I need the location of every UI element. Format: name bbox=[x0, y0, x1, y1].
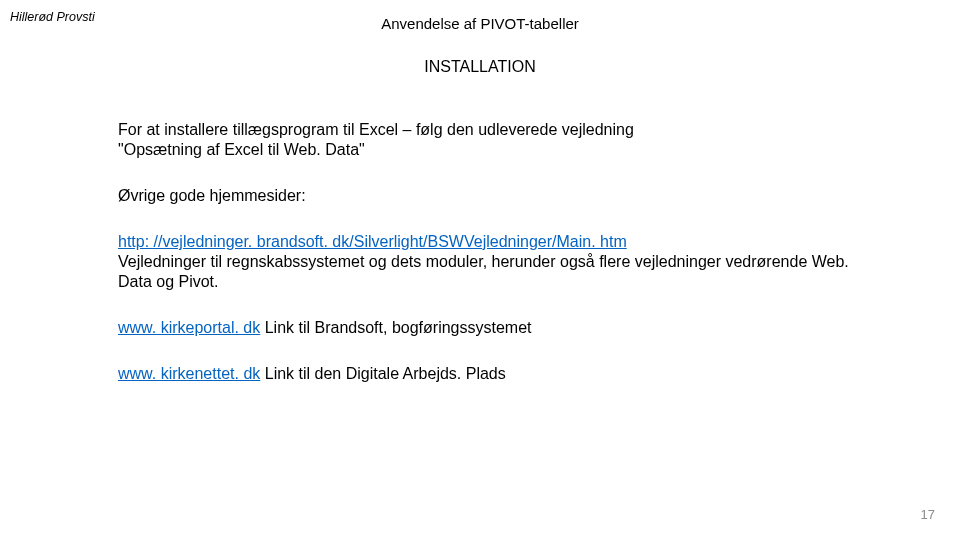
page-number: 17 bbox=[921, 507, 935, 522]
link-block-1: http: //vejledninger. brandsoft. dk/Silv… bbox=[118, 232, 878, 292]
header-center: Anvendelse af PIVOT-tabeller bbox=[0, 15, 960, 32]
page-title: INSTALLATION bbox=[0, 58, 960, 76]
kirkenettet-desc: Link til den Digitale Arbejds. Plads bbox=[260, 365, 505, 382]
link-block-3: www. kirkenettet. dk Link til den Digita… bbox=[118, 364, 878, 384]
kirkenettet-link[interactable]: www. kirkenettet. dk bbox=[118, 365, 260, 382]
link-block-2: www. kirkeportal. dk Link til Brandsoft,… bbox=[118, 318, 878, 338]
kirkeportal-link[interactable]: www. kirkeportal. dk bbox=[118, 319, 260, 336]
brandsoft-guides-link[interactable]: http: //vejledninger. brandsoft. dk/Silv… bbox=[118, 233, 627, 250]
kirkeportal-desc: Link til Brandsoft, bogføringssystemet bbox=[260, 319, 531, 336]
intro-paragraph: For at installere tillægsprogram til Exc… bbox=[118, 120, 638, 160]
other-sites-label: Øvrige gode hjemmesider: bbox=[118, 186, 878, 206]
brandsoft-guides-desc: Vejledninger til regnskabssystemet og de… bbox=[118, 253, 849, 290]
main-content: For at installere tillægsprogram til Exc… bbox=[118, 120, 878, 410]
